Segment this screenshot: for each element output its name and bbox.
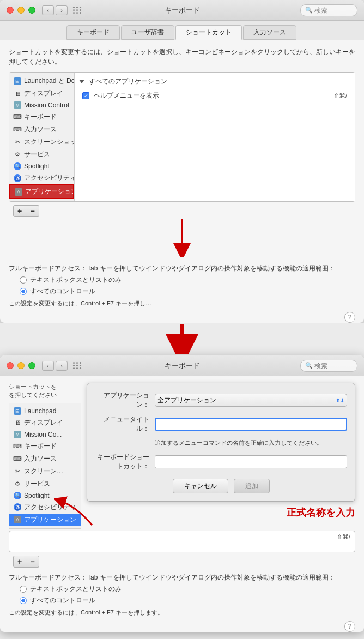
arrow-1-container xyxy=(9,219,355,257)
s2-mission-icon: M xyxy=(14,431,21,438)
collapse-icon xyxy=(79,80,84,83)
input-icon: ⌨ xyxy=(14,126,21,134)
sidebar-input-label: 入力ソース xyxy=(24,125,57,134)
s2-keyboard[interactable]: ⌨ キーボード xyxy=(9,440,81,453)
grid-icon-2 xyxy=(73,362,82,369)
inter-arrow xyxy=(0,323,364,355)
traffic-lights xyxy=(7,7,35,14)
s2-service[interactable]: ⚙ サービス xyxy=(9,478,81,490)
titlebar-2: ‹ › キーボード 🔍 xyxy=(0,355,364,376)
s2-apps-icon: A xyxy=(14,516,21,523)
annotation-label: 正式名称を入力 xyxy=(287,506,355,519)
sidebar-apps[interactable]: A アプリケーション xyxy=(9,184,74,199)
s2-input[interactable]: ⌨ 入力ソース xyxy=(9,453,81,465)
window-title-2: キーボード xyxy=(165,361,200,371)
s2-screenshot[interactable]: ✂ スクリーン… xyxy=(9,465,81,478)
forward-button-2[interactable]: › xyxy=(56,361,68,371)
screenshot-icon: ✂ xyxy=(14,138,21,146)
second-shortcut-hint: ⇧⌘/ xyxy=(14,533,350,541)
dialog-shortcut-row: キーボードショートカット： xyxy=(95,453,347,471)
sidebar-accessibility[interactable]: ♿ アクセシビリティ xyxy=(9,172,74,184)
back-button-2[interactable]: ‹ xyxy=(42,361,54,371)
close-button-2[interactable] xyxy=(7,362,14,369)
second-right-panel: ⇧⌘/ xyxy=(9,531,355,552)
s2-display[interactable]: 🖥 ディスプレイ xyxy=(9,417,81,429)
sidebar-mission-label: Mission Control xyxy=(24,101,69,109)
radio-textbox-2[interactable] xyxy=(20,586,27,593)
tab-userdict[interactable]: ユーザ辞書 xyxy=(121,25,174,40)
minimize-button[interactable] xyxy=(17,7,25,14)
accessibility-icon: ♿ xyxy=(14,174,21,182)
titlebar-1: ‹ › キーボード 🔍 xyxy=(0,0,364,21)
sidebar-service[interactable]: ⚙ サービス xyxy=(9,148,74,161)
close-button[interactable] xyxy=(7,7,14,14)
sidebar-1: ⊞ Launchpad と Dock 🖥 ディスプレイ M Mission Co… xyxy=(9,73,75,201)
menu-title-input[interactable] xyxy=(155,418,347,431)
control-note-1: この設定を変更するには、Control + F7 キーを押し… xyxy=(9,299,355,308)
fka-section-1: フルキーボードアクセス：Tab キーを押してウインドウやダイアログ内の操作対象を… xyxy=(9,264,355,308)
sidebar-launchpad[interactable]: ⊞ Launchpad と Dock xyxy=(9,75,74,87)
radio-all-1[interactable] xyxy=(20,288,27,295)
control-note-2: この設定を変更するには、Control + F7 キーを押します。 xyxy=(9,608,355,617)
shortcut-input[interactable] xyxy=(155,455,347,468)
sidebar-screenshot[interactable]: ✂ スクリーンショット xyxy=(9,136,74,148)
forward-button[interactable]: › xyxy=(56,5,68,15)
grid-icon xyxy=(73,7,82,14)
tab-inputsource[interactable]: 入力ソース xyxy=(243,25,296,40)
s2-launchpad[interactable]: ⊞ Launchpad xyxy=(9,406,81,417)
remove-button-1[interactable]: − xyxy=(26,205,39,217)
sidebar-input[interactable]: ⌨ 入力ソース xyxy=(9,123,74,136)
remove-button-2[interactable]: − xyxy=(26,556,39,568)
maximize-button-2[interactable] xyxy=(28,362,35,369)
s2-keyboard-icon: ⌨ xyxy=(14,442,21,450)
sidebar-spotlight[interactable]: 🔍 Spotlight xyxy=(9,161,74,172)
traffic-lights-2 xyxy=(7,362,35,369)
radio-all-2[interactable] xyxy=(20,597,27,604)
annotation-arrow xyxy=(54,495,98,528)
sidebar-display[interactable]: 🖥 ディスプレイ xyxy=(9,87,74,100)
maximize-button[interactable] xyxy=(28,7,35,14)
help-button-1[interactable]: ? xyxy=(344,312,355,323)
search-input-2[interactable] xyxy=(314,362,353,370)
search-box-1[interactable]: 🔍 xyxy=(300,4,357,16)
main-split-1: ⊞ Launchpad と Dock 🖥 ディスプレイ M Mission Co… xyxy=(9,72,355,202)
keyboard-icon: ⌨ xyxy=(14,113,21,121)
radio-textbox-1[interactable] xyxy=(20,276,27,284)
dialog-hint: 追加するメニューコマンドの名前を正確に入力してください。 xyxy=(155,439,347,447)
radio-textbox-label-1: テキストボックスとリストのみ xyxy=(30,275,122,285)
all-apps-label: すべてのアプリケーション xyxy=(89,77,167,86)
sidebar-display-label: ディスプレイ xyxy=(24,89,63,98)
help-button-2[interactable]: ? xyxy=(344,621,355,632)
radio-row-1: テキストボックスとリストのみ xyxy=(20,275,355,285)
down-arrow-1 xyxy=(166,219,198,257)
add-button-1[interactable]: + xyxy=(13,205,26,217)
search-box-2[interactable]: 🔍 xyxy=(300,360,357,372)
help-menu-checkbox[interactable]: ✓ xyxy=(82,92,89,99)
minimize-button-2[interactable] xyxy=(17,362,25,369)
spotlight-icon: 🔍 xyxy=(14,162,21,170)
sidebar-mission[interactable]: M Mission Control xyxy=(9,100,74,111)
tab-shortcut[interactable]: ショートカット xyxy=(175,25,242,40)
search-input-1[interactable] xyxy=(314,7,353,14)
display-icon: 🖥 xyxy=(14,90,21,98)
fka-title-2: フルキーボードアクセス：Tab キーを押してウインドウやダイアログ内の操作対象を… xyxy=(9,573,355,582)
sidebar-keyboard[interactable]: ⌨ キーボード xyxy=(9,111,74,123)
dialog-buttons: キャンセル 追加 xyxy=(95,479,347,493)
back-button[interactable]: ‹ xyxy=(42,5,54,15)
add-remove-bar-2: + − xyxy=(13,556,355,568)
app-select[interactable]: 全アプリケーション ⬆⬇ xyxy=(155,394,347,407)
right-panel-1: すべてのアプリケーション ✓ ヘルプメニューを表示 ⇧⌘/ xyxy=(75,73,355,201)
add-dialog-button[interactable]: 追加 xyxy=(234,479,270,493)
cancel-button[interactable]: キャンセル xyxy=(173,479,228,493)
s2-accessibility-icon: ♿ xyxy=(14,503,21,511)
dialog-menu-row: メニュータイトル： xyxy=(95,415,347,433)
add-button-2[interactable]: + xyxy=(13,556,26,568)
s2-launchpad-icon: ⊞ xyxy=(14,407,21,415)
launchpad-icon: ⊞ xyxy=(14,77,21,85)
radio-all-label-1: すべてのコントロール xyxy=(30,287,95,296)
s2-mission[interactable]: M Mission Co... xyxy=(9,429,81,440)
radio-row-4: すべてのコントロール xyxy=(20,596,355,605)
tabs-bar-1: キーボード ユーザ辞書 ショートカット 入力ソース xyxy=(0,21,364,40)
sidebar-keyboard-label: キーボード xyxy=(24,112,57,122)
tab-keyboard[interactable]: キーボード xyxy=(66,25,120,40)
